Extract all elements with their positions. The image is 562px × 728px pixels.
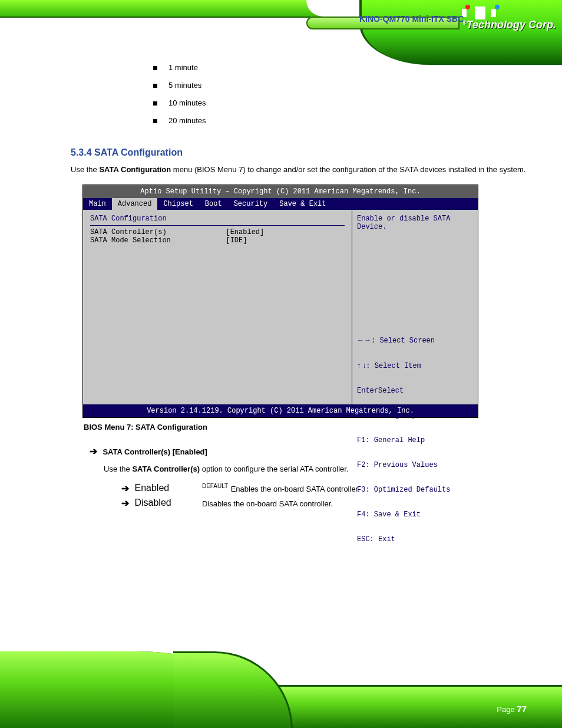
bios-tab-main: Main xyxy=(83,198,112,210)
bios-config-title: SATA Configuration xyxy=(90,215,345,223)
footer-banner: Page 77 xyxy=(0,651,562,728)
list-item: 5 minutes xyxy=(153,77,527,94)
bios-row-sata-mode: SATA Mode Selection [IDE] xyxy=(90,236,345,245)
section-heading: 5.3.4 SATA Configuration xyxy=(71,147,527,158)
bios-tab-advanced: Advanced xyxy=(112,198,158,210)
section-intro: Use the SATA Configuration menu (BIOS Me… xyxy=(71,165,527,174)
time-options-list: 1 minute 5 minutes 10 minutes 20 minutes xyxy=(153,59,527,130)
list-item: 1 minute xyxy=(153,59,527,77)
bios-tab-save: Save & Exit xyxy=(273,198,332,210)
bios-tab-chipset: Chipset xyxy=(157,198,199,210)
list-item: 20 minutes xyxy=(153,112,527,130)
bios-main-panel: SATA Configuration SATA Controller(s) [E… xyxy=(83,210,352,404)
page-number: Page 77 xyxy=(497,704,527,714)
arrow-right-icon: ➔ xyxy=(121,483,132,494)
bios-help-line: Enable or disable SATA xyxy=(357,215,472,223)
bios-nav-help: ←→: Select Screen ↑ ↓: Select Item Enter… xyxy=(357,319,472,560)
bios-tab-boot: Boot xyxy=(199,198,228,210)
bios-row-sata-controllers: SATA Controller(s) [Enabled] xyxy=(90,228,345,236)
content: KINO-QM770 Mini-ITX SBC 1 minute 5 minut… xyxy=(0,0,562,595)
bios-help-line: Device. xyxy=(357,223,472,231)
bios-title-bar: Aptio Setup Utility – Copyright (C) 2011… xyxy=(83,185,478,198)
bios-tabs: Main Advanced Chipset Boot Security Save… xyxy=(83,198,478,210)
arrow-right-icon: ➔ xyxy=(121,498,132,509)
document-title: KINO-QM770 Mini-ITX SBC xyxy=(359,14,527,24)
bios-screenshot: Aptio Setup Utility – Copyright (C) 2011… xyxy=(82,185,478,418)
bios-side-panel: Enable or disable SATA Device. ←→: Selec… xyxy=(352,210,478,404)
bios-tab-security: Security xyxy=(228,198,274,210)
list-item: 10 minutes xyxy=(153,94,527,112)
arrow-right-icon: ➔ xyxy=(90,446,100,457)
